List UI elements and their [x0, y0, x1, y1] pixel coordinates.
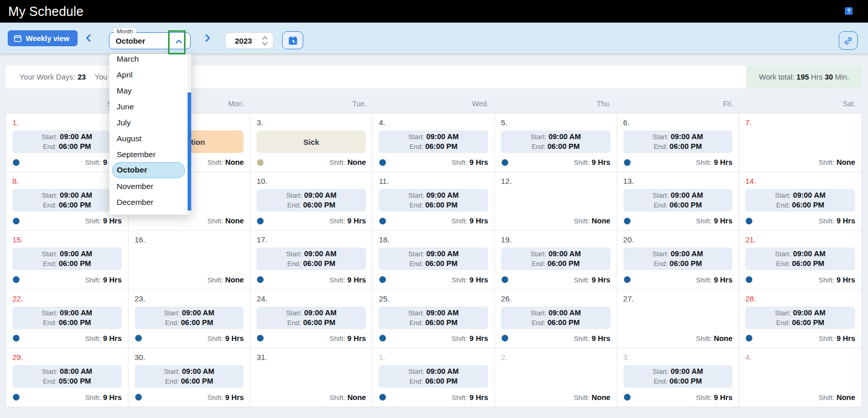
previous-month-button[interactable] — [83, 33, 95, 44]
month-select[interactable]: Month October — [109, 32, 191, 49]
go-to-today-button[interactable] — [282, 31, 303, 49]
calendar-day-cell[interactable]: 29.Start:08:00 AMEnd:05:00 PMShift:9 Hrs — [6, 348, 128, 407]
calendar-day-cell[interactable]: 5.Start:09:00 AMEnd:06:00 PMShift:9 Hrs — [495, 113, 617, 172]
shift-start: Start:09:00 AM — [530, 132, 581, 142]
calendar-day-cell[interactable]: 17.Start:09:00 AMEnd:06:00 PMShift:9 Hrs — [250, 231, 373, 289]
shift-start: Start:09:00 AM — [42, 308, 92, 318]
calendar-day-cell[interactable]: 16.Shift:None — [128, 231, 251, 289]
calendar-day-cell[interactable]: 13.Start:09:00 AMEnd:06:00 PMShift:9 Hrs — [617, 172, 740, 231]
shift-total: Shift:9 Hrs — [696, 393, 732, 402]
shift-time-box[interactable]: Start:09:00 AMEnd:06:00 PM — [501, 130, 611, 153]
day-number: 4. — [745, 353, 855, 362]
calendar-day-cell[interactable]: 2.Shift:None — [495, 348, 617, 407]
month-option-april[interactable]: April — [109, 67, 188, 83]
calendar-day-cell[interactable]: 3.Start:09:00 AMEnd:06:00 PMShift:9 Hrs — [617, 348, 740, 407]
shift-time-box[interactable]: Start:09:00 AMEnd:06:00 PM — [501, 307, 611, 329]
weekly-view-button[interactable]: Weekly view — [8, 30, 78, 46]
shift-time-box[interactable]: Start:09:00 AMEnd:06:00 PM — [135, 307, 244, 329]
day-number: 4. — [379, 118, 488, 127]
shift-time-box[interactable]: Start:09:00 AMEnd:06:00 PM — [379, 248, 488, 270]
shift-time-box[interactable]: Start:09:00 AMEnd:06:00 PM — [12, 248, 122, 270]
calendar-day-cell[interactable]: 24.Start:09:00 AMEnd:06:00 PMShift:9 Hrs — [250, 290, 373, 348]
shift-total: Shift:9 Hrs — [329, 334, 366, 343]
shift-start: Start:09:00 AM — [653, 191, 703, 200]
calendar-day-cell[interactable]: 1.Start:09:00 AMEnd:06:00 PMShift:9 Hrs — [373, 348, 495, 407]
chevron-up-icon[interactable] — [174, 37, 183, 48]
day-number: 13. — [623, 177, 733, 185]
absence-shift-box[interactable]: Sick — [256, 130, 366, 153]
month-option-october[interactable]: October — [112, 162, 185, 178]
shift-time-box[interactable]: Start:09:00 AMEnd:06:00 PM — [623, 189, 733, 212]
shift-time-box[interactable]: Start:09:00 AMEnd:06:00 PM — [379, 307, 488, 329]
month-option-june[interactable]: June — [109, 99, 188, 115]
help-icon[interactable]: ? — [845, 7, 853, 15]
shift-time-box[interactable]: Start:09:00 AMEnd:06:00 PM — [256, 189, 366, 212]
calendar-day-cell[interactable]: 19.Start:09:00 AMEnd:06:00 PMShift:9 Hrs — [495, 231, 617, 289]
calendar-day-cell[interactable]: 6.Start:09:00 AMEnd:06:00 PMShift:9 Hrs — [617, 113, 740, 172]
calendar-day-cell[interactable]: 7.Shift:None — [739, 113, 861, 172]
shift-time-box[interactable]: Start:09:00 AMEnd:06:00 PM — [256, 248, 366, 270]
month-option-september[interactable]: September — [109, 146, 188, 162]
shift-time-box[interactable]: Start:09:00 AMEnd:06:00 PM — [12, 307, 122, 329]
next-month-button[interactable] — [201, 33, 213, 44]
calendar-day-cell[interactable]: 28.Start:09:00 AMEnd:06:00 PMShift:9 Hrs — [739, 290, 861, 348]
calendar-day-cell[interactable]: 4.Start:09:00 AMEnd:06:00 PMShift:9 Hrs — [373, 113, 495, 172]
year-stepper-buttons[interactable] — [262, 35, 268, 47]
month-option-november[interactable]: November — [109, 178, 188, 194]
calendar-day-cell[interactable]: 3.SickShift:None — [250, 113, 373, 172]
month-option-august[interactable]: August — [109, 130, 188, 146]
cell-footer: Shift:None — [135, 216, 244, 225]
shift-total: Shift:None — [819, 393, 855, 402]
calendar-day-cell[interactable]: 23.Start:09:00 AMEnd:06:00 PMShift:9 Hrs — [128, 290, 251, 348]
calendar-day-cell[interactable]: 10.Start:09:00 AMEnd:06:00 PMShift:9 Hrs — [250, 172, 373, 231]
shift-time-box[interactable]: Start:09:00 AMEnd:06:00 PM — [135, 365, 244, 388]
calendar-day-cell[interactable]: 20.Start:09:00 AMEnd:06:00 PMShift:9 Hrs — [617, 231, 740, 289]
month-option-may[interactable]: May — [109, 83, 188, 99]
calendar-day-cell[interactable]: 14.Start:09:00 AMEnd:06:00 PMShift:9 Hrs — [739, 172, 861, 231]
shift-total: Shift:9 Hrs — [574, 158, 611, 166]
calendar-day-cell[interactable]: 27.Shift:None — [617, 290, 740, 348]
calendar-day-cell[interactable]: 22.Start:09:00 AMEnd:06:00 PMShift:9 Hrs — [6, 290, 128, 348]
calendar-day-cell[interactable]: 30.Start:09:00 AMEnd:06:00 PMShift:9 Hrs — [128, 348, 251, 407]
shift-total-value: 9 Hrs — [714, 276, 732, 284]
shift-time-box[interactable]: Start:08:00 AMEnd:05:00 PM — [12, 365, 122, 388]
shift-time-box[interactable]: Start:09:00 AMEnd:06:00 PM — [623, 130, 733, 153]
shift-time-box[interactable]: Start:09:00 AMEnd:06:00 PM — [745, 189, 855, 212]
shift-end: End:06:00 PM — [410, 376, 458, 386]
shift-time-box[interactable]: Start:09:00 AMEnd:06:00 PM — [256, 307, 366, 329]
copy-link-button[interactable] — [839, 31, 858, 50]
shift-status-dot — [746, 335, 752, 341]
shift-status-dot — [379, 394, 386, 401]
calendar-day-cell[interactable]: 21.Start:09:00 AMEnd:06:00 PMShift:9 Hrs — [739, 231, 861, 289]
shift-time-box[interactable]: Start:09:00 AMEnd:06:00 PM — [745, 307, 855, 329]
calendar-day-cell[interactable]: 11.Start:09:00 AMEnd:06:00 PMShift:9 Hrs — [373, 172, 495, 231]
shift-time-box[interactable]: Start:09:00 AMEnd:06:00 PM — [745, 248, 855, 270]
shift-end: End:05:00 PM — [43, 376, 91, 386]
cell-footer: Shift:9 Hrs — [12, 275, 122, 284]
dropdown-scrollbar-track[interactable] — [188, 54, 191, 215]
shift-time-box[interactable]: Start:09:00 AMEnd:06:00 PM — [501, 248, 611, 270]
month-option-december[interactable]: December — [109, 194, 188, 210]
shift-time-box[interactable]: Start:09:00 AMEnd:06:00 PM — [379, 365, 488, 388]
shift-time-box[interactable]: Start:09:00 AMEnd:06:00 PM — [379, 130, 488, 153]
year-spinner[interactable]: 2023 — [225, 32, 273, 49]
calendar-day-cell[interactable]: 31.Shift:None — [250, 348, 373, 407]
calendar-day-cell[interactable]: 15.Start:09:00 AMEnd:06:00 PMShift:9 Hrs — [6, 231, 128, 289]
calendar-day-cell[interactable]: 12.Shift:None — [495, 172, 617, 231]
calendar-day-cell[interactable]: 18.Start:09:00 AMEnd:06:00 PMShift:9 Hrs — [373, 231, 495, 289]
calendar-day-cell[interactable]: 26.Start:09:00 AMEnd:06:00 PMShift:9 Hrs — [495, 290, 617, 348]
month-option-march[interactable]: March — [109, 54, 188, 67]
shift-start-value: 09:00 AM — [60, 132, 92, 141]
shift-time-box[interactable]: Start:09:00 AMEnd:06:00 PM — [12, 130, 122, 153]
month-option-july[interactable]: July — [109, 115, 188, 130]
shift-time-box[interactable]: Start:09:00 AMEnd:06:00 PM — [12, 189, 122, 212]
calendar-day-cell[interactable]: 4.Shift:None — [739, 348, 861, 407]
dropdown-scrollbar-thumb[interactable] — [188, 92, 191, 211]
shift-end: End:06:00 PM — [654, 200, 702, 210]
shift-time-box[interactable]: Start:09:00 AMEnd:06:00 PM — [623, 248, 733, 270]
shift-time-box[interactable]: Start:09:00 AMEnd:06:00 PM — [379, 189, 488, 212]
shift-end: End:06:00 PM — [654, 376, 702, 386]
calendar-day-cell[interactable]: 25.Start:09:00 AMEnd:06:00 PMShift:9 Hrs — [373, 290, 495, 348]
shift-start: Start:09:00 AM — [408, 191, 458, 200]
shift-time-box[interactable]: Start:09:00 AMEnd:06:00 PM — [623, 365, 733, 388]
